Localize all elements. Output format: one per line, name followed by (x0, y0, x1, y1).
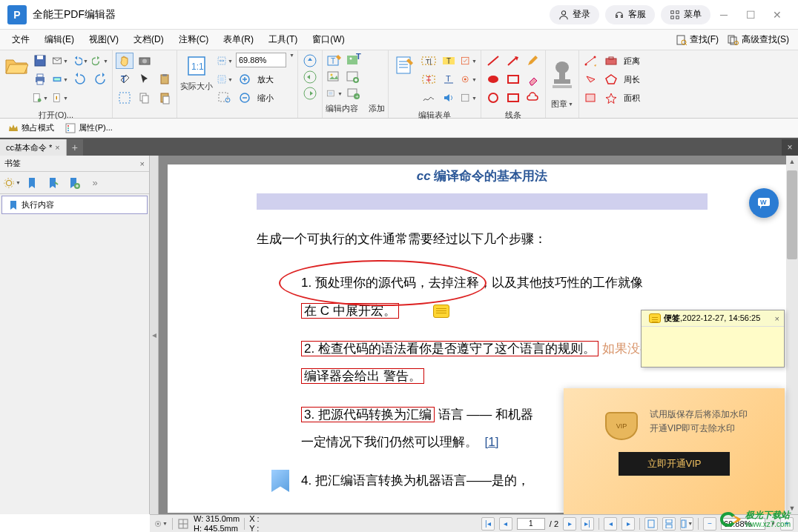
rotate-right-icon[interactable] (91, 71, 109, 87)
sb-zoom-out-icon[interactable]: − (703, 517, 716, 531)
add-text-icon[interactable]: T (345, 53, 363, 69)
toolbox-icon[interactable] (602, 53, 620, 69)
edit-image-icon[interactable] (326, 69, 343, 85)
rect-icon[interactable] (504, 90, 522, 106)
perimeter-icon[interactable] (582, 71, 600, 87)
oval-icon[interactable] (484, 71, 502, 87)
menu-window[interactable]: 窗口(W) (305, 30, 352, 49)
tabbar-close-icon[interactable]: × (782, 139, 798, 156)
eraser-icon[interactable] (524, 71, 542, 87)
menu-document[interactable]: 文档(D) (126, 30, 171, 49)
menu-button[interactable]: 菜单 (661, 5, 710, 24)
nav-up-icon[interactable] (301, 53, 319, 69)
menu-view[interactable]: 视图(V) (82, 30, 126, 49)
undo-icon[interactable]: ▼ (71, 53, 89, 69)
bookmark-more-icon[interactable]: » (86, 174, 104, 192)
clipboard-icon[interactable] (156, 71, 174, 87)
last-page-icon[interactable]: ▸| (581, 517, 594, 531)
close-button[interactable]: ✕ (764, 4, 791, 26)
sticky-note-icon[interactable] (433, 305, 449, 318)
nav-back-icon[interactable]: ◂ (604, 517, 617, 531)
scan-icon[interactable]: ▼ (51, 71, 69, 87)
print-icon[interactable] (31, 71, 49, 87)
scroll-up-icon[interactable]: ▲ (786, 156, 798, 167)
hand-tool-icon[interactable] (116, 53, 133, 69)
menu-form[interactable]: 表单(R) (216, 30, 261, 49)
bookmark-add-icon[interactable] (65, 174, 83, 192)
edit-object-icon[interactable]: ▼ (326, 85, 343, 102)
chat-fab[interactable]: W (749, 188, 779, 218)
cloud-icon[interactable] (524, 90, 542, 106)
form-icon[interactable] (392, 53, 418, 79)
highlight-field-icon[interactable]: T (440, 53, 458, 69)
layout-cont-icon[interactable] (662, 517, 676, 531)
tab-add-button[interactable]: + (67, 139, 83, 156)
menu-file[interactable]: 文件 (4, 30, 37, 49)
fit-height-icon[interactable]: ▼ (216, 71, 234, 87)
open-folder-icon[interactable] (3, 53, 30, 79)
first-page-icon[interactable]: |◂ (481, 517, 495, 531)
polygon-icon[interactable] (602, 71, 620, 87)
zoom-input[interactable] (236, 53, 286, 67)
nav-right-icon[interactable] (301, 85, 319, 102)
snapshot-icon[interactable] (136, 53, 154, 69)
area-icon[interactable] (582, 90, 600, 106)
zoom-out-icon[interactable] (236, 90, 254, 106)
star-icon[interactable] (602, 90, 620, 106)
exclusive-mode-button[interactable]: 独占模式 (4, 121, 57, 136)
redo-icon[interactable]: ▼ (91, 53, 109, 69)
circle-icon[interactable] (484, 90, 502, 106)
zoom-in-icon[interactable] (236, 71, 254, 87)
email-icon[interactable]: ▼ (51, 53, 69, 69)
checkbox-icon[interactable]: ▼ (460, 53, 478, 69)
pencil-icon[interactable] (524, 53, 542, 69)
rotate-left-icon[interactable] (71, 71, 89, 87)
paste-icon[interactable] (156, 90, 174, 106)
menu-tools[interactable]: 工具(T) (261, 30, 305, 49)
fit-width-icon[interactable]: ▼ (216, 53, 234, 69)
select-all-icon[interactable] (116, 90, 133, 106)
line-icon[interactable] (484, 53, 502, 69)
maximize-button[interactable]: ☐ (737, 4, 764, 26)
arrow-icon[interactable] (504, 53, 522, 69)
vertical-scrollbar[interactable]: ▲ ▼ (786, 156, 798, 514)
sidebar-close-icon[interactable]: × (140, 159, 145, 168)
add-image-icon[interactable] (345, 69, 363, 85)
sound-icon[interactable] (440, 90, 458, 106)
nav-fwd-icon[interactable]: ▸ (621, 517, 635, 531)
marquee-zoom-icon[interactable] (216, 90, 234, 106)
bookmark-gear-icon[interactable]: ▼ (3, 174, 21, 192)
note-close-icon[interactable]: × (775, 314, 779, 323)
text-select-icon[interactable]: T (116, 71, 133, 87)
find-button[interactable]: 查找(F) (671, 32, 723, 47)
page-input[interactable] (517, 518, 545, 530)
note-body[interactable] (642, 327, 784, 367)
sidebar-collapse[interactable]: ◂ (150, 156, 159, 514)
bookmark-new-icon[interactable] (24, 174, 42, 192)
options-icon[interactable]: ▼ (154, 517, 168, 531)
layout-facing-icon[interactable]: ▼ (680, 517, 693, 531)
minimize-button[interactable]: ─ (710, 4, 737, 26)
rect-fill-icon[interactable] (504, 71, 522, 87)
underline-field-icon[interactable]: T (440, 71, 458, 87)
add-shape-icon[interactable]: + (345, 85, 363, 102)
service-button[interactable]: 客服 (605, 5, 655, 24)
doc-icon[interactable]: ▼ (31, 90, 49, 106)
reference-link[interactable]: [1] (484, 435, 498, 449)
tab-close-icon[interactable]: × (55, 143, 59, 152)
properties-button[interactable]: 属性(P)... (62, 121, 116, 136)
save-icon[interactable] (31, 53, 49, 69)
radio-icon[interactable]: ▼ (460, 71, 478, 87)
more-form-icon[interactable]: ▼ (460, 90, 478, 106)
prev-page-icon[interactable]: ◂ (499, 517, 512, 531)
pointer-icon[interactable] (136, 71, 154, 87)
scroll-thumb[interactable] (787, 170, 797, 259)
nav-left-icon[interactable] (301, 69, 319, 85)
advanced-find-button[interactable]: 高级查找(S) (723, 32, 794, 47)
login-button[interactable]: 登录 (550, 5, 599, 24)
text-field-icon[interactable]: T| (420, 53, 438, 69)
menu-comment[interactable]: 注释(C) (171, 30, 217, 49)
menu-edit[interactable]: 编辑(E) (37, 30, 82, 49)
layout-single-icon[interactable] (644, 517, 658, 531)
attach-icon[interactable]: ▼ (51, 90, 69, 106)
